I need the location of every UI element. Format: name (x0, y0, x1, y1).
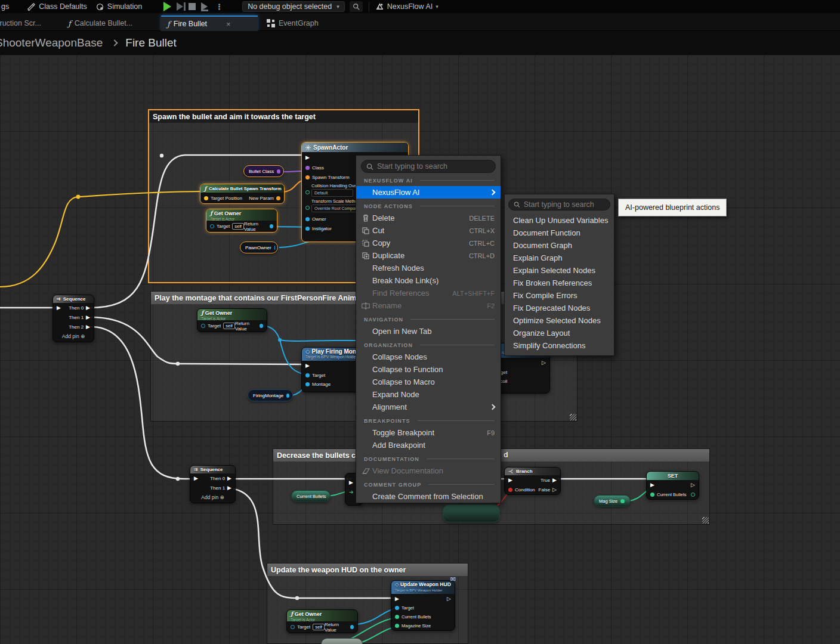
node-get-owner-2[interactable]: ƒ Get Owner Target is Actor Targetself R… (197, 308, 267, 332)
exec-in-pin[interactable]: ▶ (650, 482, 654, 488)
return-value-pin[interactable] (260, 324, 263, 328)
node-set-current-bullets[interactable]: SET ▶ ▷ Current Bullets (646, 471, 699, 500)
comment-title[interactable]: Spawn the bullet and aim it towards the … (149, 110, 418, 123)
submenu-item-simplify-connections[interactable]: Simplify Connections (505, 339, 614, 352)
play-button[interactable] (163, 2, 171, 11)
node-get-owner-3[interactable]: ƒ Get Owner Target is Actor Targetself R… (286, 609, 358, 633)
target-pin[interactable] (291, 625, 295, 629)
menu-item-open-in-new-tab[interactable]: Open in New Tab (356, 325, 501, 338)
context-menu-search[interactable] (361, 160, 496, 173)
condition-pin[interactable] (508, 488, 512, 492)
menu-item-collapse-nodes[interactable]: Collapse Nodes (356, 351, 501, 363)
node-update-weapon-hud[interactable]: ✉ ◇ Update Weapon HUD Target is BPV Weap… (391, 580, 455, 631)
target-pin[interactable] (395, 606, 399, 610)
false-exec-pin[interactable]: ▷ (552, 487, 557, 493)
return-value-pin[interactable] (350, 625, 354, 629)
tab-eventgraph[interactable]: EventGraph (261, 16, 325, 31)
menu-item-duplicate[interactable]: DuplicateCTRL+D (356, 249, 501, 262)
menu-item-nexusflow-ai[interactable]: NexusFlow AI (356, 186, 501, 199)
breadcrumb-root[interactable]: ShooterWeaponBase (0, 36, 103, 49)
comment-title[interactable]: Update the weapon HUD on the owner (267, 564, 468, 576)
self-literal[interactable]: self (313, 624, 325, 630)
object-output-pin[interactable] (286, 394, 289, 398)
menu-item-view-documentation[interactable]: View Documentation (356, 465, 501, 477)
variable-pawn-owner[interactable]: PawnOwner (240, 242, 278, 253)
montage-pin[interactable] (305, 382, 310, 386)
submenu-search[interactable] (508, 199, 610, 210)
menu-item-copy[interactable]: CopyCTRL+C (356, 237, 501, 249)
menu-item-cut[interactable]: CutCTRL+X (356, 224, 501, 237)
clipped-toolbar-label[interactable]: gs (1, 2, 9, 11)
add-pin-button[interactable]: Add pin ⊕ (53, 332, 94, 342)
exec-out-pin[interactable]: ▶ (227, 485, 231, 491)
submenu-item-document-function[interactable]: Document Function (505, 227, 614, 239)
play-options-menu-button[interactable]: ⋮ (215, 2, 223, 11)
variable-current-bullets[interactable]: Current Bullets (291, 490, 331, 502)
self-literal[interactable]: self (232, 223, 244, 230)
tab-calculate-bullet[interactable]: ƒ Calculate Bullet... (62, 16, 138, 31)
class-output-pin[interactable] (277, 169, 280, 174)
comment-resize-handle[interactable] (570, 414, 576, 420)
exec-in-pin[interactable]: ▶ (305, 155, 310, 160)
menu-item-refresh-nodes[interactable]: Refresh Nodes (356, 262, 501, 274)
menu-item-break-node-link-s-[interactable]: Break Node Link(s) (356, 274, 501, 287)
variable-firing-montage[interactable]: FiringMontage (248, 389, 293, 401)
int-output-pin[interactable] (691, 493, 695, 497)
exec-in-pin[interactable]: ▶ (349, 480, 353, 485)
submenu-item-fix-compile-errors[interactable]: Fix Compile Errors (505, 289, 614, 302)
menu-item-collapse-to-macro[interactable]: Collapse to Macro (356, 376, 501, 388)
exec-out-pin[interactable]: ▶ (227, 476, 231, 481)
class-pin[interactable] (305, 166, 310, 170)
clipped-variable-pill[interactable] (321, 638, 363, 644)
node-sequence-1[interactable]: ⇉Sequence ▶ Then 0▶ Then 1▶ Then 2▶ Add … (52, 295, 94, 342)
true-exec-pin[interactable]: ▶ (552, 478, 557, 483)
exec-in-pin[interactable]: ▶ (395, 596, 399, 602)
variable-mag-size[interactable]: Mag Size (594, 495, 631, 507)
return-value-pin[interactable] (270, 224, 273, 228)
exec-out-pin[interactable]: ▷ (691, 482, 695, 488)
exec-out-pin[interactable]: ▷ (447, 596, 451, 602)
node-get-owner-1[interactable]: ƒ Get Owner Target is Actor Targetself R… (206, 209, 277, 233)
enum-pin[interactable] (305, 190, 310, 194)
tab-construction-script[interactable]: truction Scr... (0, 16, 47, 31)
scale-method-select[interactable]: Override Root Component Sc (311, 205, 358, 212)
comment-resize-handle[interactable] (702, 517, 709, 524)
submenu-item-document-graph[interactable]: Document Graph (505, 239, 614, 252)
add-pin-button[interactable]: Add pin ⊕ (190, 493, 235, 503)
submenu-item-explain-selected-nodes[interactable]: Explain Selected Nodes (505, 264, 614, 277)
self-literal[interactable]: self (223, 323, 235, 329)
submenu-item-clean-up-unused-variables[interactable]: Clean Up Unused Variables (505, 214, 614, 227)
target-pin[interactable] (201, 324, 205, 328)
spawn-transform-pin[interactable] (305, 175, 310, 179)
submenu-item-fix-broken-references[interactable]: Fix Broken References (505, 277, 614, 289)
exec-in-pin[interactable]: ▶ (508, 478, 512, 483)
menu-item-find-references[interactable]: Find ReferencesALT+SHIFT+F (356, 287, 501, 299)
exec-out-pin[interactable]: ▶ (86, 315, 90, 320)
exec-out-pin[interactable]: ▶ (86, 324, 90, 330)
collision-override-select[interactable]: Default (311, 189, 353, 197)
owner-pin[interactable] (305, 217, 310, 221)
menu-item-create-comment-from-selection[interactable]: Create Comment from Selection (356, 490, 501, 503)
int-output-pin[interactable] (620, 499, 625, 503)
current-bullets-pin[interactable] (395, 615, 399, 619)
node-sequence-2[interactable]: ⇉Sequence ▶ Then 0▶ Then 1▶ Add pin ⊕ (190, 465, 236, 503)
frame-skip-button[interactable] (177, 2, 183, 11)
eject-button[interactable] (201, 2, 208, 11)
new-param-pin[interactable] (276, 196, 280, 200)
hidden-variable-pill-fragment[interactable] (443, 504, 500, 522)
exec-in-pin[interactable]: ▶ (194, 476, 198, 481)
class-defaults-button[interactable]: Class Defaults (27, 2, 87, 11)
menu-item-expand-node[interactable]: Expand Node (356, 388, 501, 401)
menu-item-add-breakpoint[interactable]: Add Breakpoint (356, 439, 501, 451)
variable-bullet-class[interactable]: Bullet Class (243, 165, 284, 177)
browse-debug-object-button[interactable] (350, 1, 363, 12)
magazine-size-pin[interactable] (395, 624, 399, 628)
submenu-item-optimize-selected-nodes[interactable]: Optimize Selected Nodes (505, 314, 614, 327)
menu-item-delete[interactable]: DeleteDELETE (356, 212, 501, 224)
enum-pin[interactable] (305, 206, 310, 210)
exec-out-pin[interactable]: ▷ (542, 360, 546, 366)
target-pin[interactable] (305, 373, 310, 377)
target-position-pin[interactable] (204, 196, 208, 200)
stop-button[interactable] (189, 3, 196, 10)
int-pin[interactable]: ➔ (349, 489, 354, 495)
